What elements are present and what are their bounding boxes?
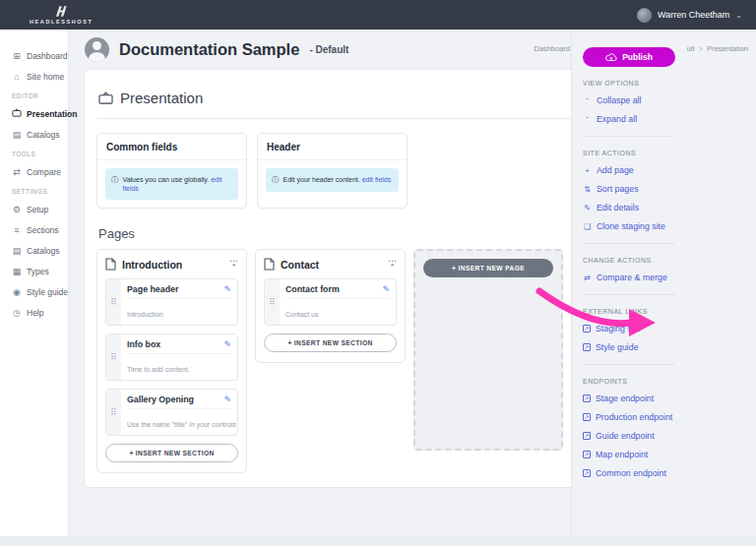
- clone-icon: ❏: [583, 222, 592, 231]
- dashboard-icon: ⊞: [12, 51, 22, 61]
- sidebar-item-help[interactable]: ◷Help: [12, 302, 68, 323]
- insert-new-section-button[interactable]: + INSERT NEW SECTION: [105, 444, 238, 462]
- sidebar-item-catalogs-2[interactable]: ▤Catalogs: [12, 240, 68, 261]
- sidebar-item-catalogs[interactable]: ▤Catalogs: [12, 124, 68, 145]
- user-avatar: [637, 8, 652, 23]
- divider: [583, 243, 675, 244]
- sections-icon: ≡: [12, 225, 22, 235]
- sort-icon: ⇅: [583, 185, 592, 194]
- header-fields-banner: ⓘ Edit your header content. edit fields: [266, 168, 399, 192]
- sidebar-item-dashboard[interactable]: ⊞Dashboard: [12, 45, 68, 66]
- page-subtitle: - Default: [309, 44, 348, 55]
- edit-fields-link[interactable]: edit fields: [362, 176, 392, 183]
- info-icon: ⓘ: [272, 175, 280, 185]
- field-cards-row: Common fields ⓘ Values you can use globa…: [96, 133, 614, 209]
- banner-text: Values you can use globally.: [123, 176, 210, 183]
- sidebar-item-style-guide[interactable]: ◉Style guide: [12, 281, 68, 302]
- external-link-icon: ↗: [583, 394, 591, 402]
- compare-merge-link[interactable]: ⇄Compare & merge: [583, 273, 675, 282]
- edit-icon[interactable]: ✎: [223, 339, 231, 349]
- edit-icon[interactable]: ✎: [382, 284, 390, 294]
- cloud-upload-icon: [605, 52, 617, 62]
- sidebar-item-setup[interactable]: ⚙Setup: [12, 199, 68, 219]
- insert-new-page-button[interactable]: + INSERT NEW PAGE: [423, 259, 553, 277]
- bottom-scrollbar-track[interactable]: [0, 536, 756, 546]
- page-name: Introduction: [122, 258, 229, 271]
- catalog-icon: ▤: [12, 130, 22, 140]
- drag-handle-icon[interactable]: ⠿: [106, 390, 121, 435]
- rail-group-change-actions: CHANGE ACTIONS: [583, 257, 675, 264]
- plus-icon: +: [583, 166, 592, 175]
- section-title: Info box: [127, 339, 160, 349]
- sidebar-item-presentation[interactable]: Presentation: [12, 103, 68, 124]
- drag-handle-icon[interactable]: ⠿: [106, 279, 121, 325]
- drag-handle-icon[interactable]: ⠿: [106, 334, 121, 380]
- tv-icon: [12, 108, 22, 119]
- common-fields-banner: ⓘ Values you can use globally. edit fiel…: [105, 168, 238, 200]
- header-fields-card: Header ⓘ Edit your header content. edit …: [257, 133, 408, 209]
- app-root: HEADLESSHOST Warren Cheetham ⌄ ⊞Dashboar…: [0, 0, 756, 546]
- sidebar-item-site-home[interactable]: ⌂Site home: [12, 66, 68, 87]
- edit-icon[interactable]: ✎: [223, 284, 231, 294]
- divider: [583, 136, 675, 137]
- staging-site-link[interactable]: ↗Staging site: [583, 324, 675, 334]
- expand-all-link[interactable]: ˇExpand all: [583, 114, 675, 124]
- sidebar-item-compare[interactable]: ⇄Compare: [12, 161, 68, 182]
- breadcrumb-dashboard[interactable]: Dashboard: [534, 44, 570, 53]
- section-subtitle: Time to add content.: [127, 366, 190, 373]
- section-subtitle: Introduction: [127, 311, 163, 318]
- chevron-down-icon: ⌄: [735, 11, 742, 20]
- document-icon: [264, 258, 275, 271]
- external-link-icon: ↗: [583, 451, 591, 458]
- external-link-icon: ↗: [583, 325, 591, 333]
- user-menu[interactable]: Warren Cheetham ⌄: [637, 8, 742, 23]
- sidebar-item-types[interactable]: ▦Types: [12, 261, 68, 281]
- breadcrumb-presentation: Presentation: [707, 44, 748, 53]
- gear-icon: ⚙: [12, 205, 22, 214]
- guide-endpoint-link[interactable]: ↗Guide endpoint: [583, 431, 675, 441]
- edit-details-link[interactable]: ✎Edit details: [583, 203, 675, 212]
- compare-icon: ⇄: [12, 167, 22, 177]
- header-fields-title: Header: [258, 134, 407, 160]
- brand-logo: HEADLESSHOST: [30, 5, 93, 26]
- external-link-icon: ↗: [583, 469, 591, 477]
- edit-icon[interactable]: ✎: [223, 394, 231, 404]
- headlesshost-logo-icon: [53, 5, 69, 18]
- clone-staging-site-link[interactable]: ❏Clone staging site: [583, 221, 675, 231]
- card-title: Presentation: [120, 90, 203, 106]
- stage-endpoint-link[interactable]: ↗Stage endpoint: [583, 394, 675, 403]
- style-guide-link[interactable]: ↗Style guide: [583, 342, 675, 352]
- rail-group-view-options: VIEW OPTIONS: [583, 80, 675, 87]
- page-card-introduction: Introduction ⋯ˆ ⠿ Page header✎ Introduct…: [96, 249, 247, 472]
- collapse-all-link[interactable]: ˆCollaspe all: [583, 95, 675, 105]
- page-card-contact: Contact ⋯ˆ ⠿ Contact form✎ Contact us + …: [255, 249, 406, 362]
- sort-pages-link[interactable]: ⇅Sort pages: [583, 184, 675, 194]
- presentation-card-header: Presentation: [96, 84, 614, 119]
- tv-icon: [98, 91, 113, 104]
- chevron-up-icon[interactable]: ˆ: [391, 265, 394, 272]
- types-icon: ▦: [12, 267, 22, 276]
- drag-handle-icon[interactable]: ⠿: [265, 279, 280, 325]
- common-endpoint-link[interactable]: ↗Common endpoint: [583, 468, 675, 478]
- sidebar-item-sections[interactable]: ≡Sections: [12, 219, 68, 240]
- home-icon: ⌂: [12, 72, 22, 82]
- section-row: ⠿ Gallery Opening✎ Use the name "title" …: [105, 389, 238, 436]
- insert-new-section-button[interactable]: + INSERT NEW SECTION: [264, 334, 397, 352]
- publish-button[interactable]: Publish: [583, 47, 675, 67]
- divider: [583, 294, 675, 295]
- chevron-up-icon[interactable]: ˆ: [232, 265, 235, 272]
- add-page-link[interactable]: +Add page: [583, 165, 675, 175]
- presentation-card: Presentation Common fields ⓘ Values you …: [84, 69, 627, 488]
- production-endpoint-link[interactable]: ↗Production endpoint: [583, 412, 675, 422]
- common-fields-card: Common fields ⓘ Values you can use globa…: [96, 133, 247, 209]
- info-icon: ⓘ: [111, 175, 119, 185]
- chevron-up-icon: ˆ: [583, 96, 592, 105]
- pages-row: Introduction ⋯ˆ ⠿ Page header✎ Introduct…: [96, 249, 614, 472]
- section-subtitle: Use the name "title" in your controls to…: [127, 421, 238, 428]
- rail-group-endpoints: ENDPOINTS: [583, 378, 675, 385]
- section-row: ⠿ Page header✎ Introduction: [105, 278, 238, 326]
- rail-group-site-actions: SITE ACTIONS: [583, 150, 675, 156]
- page-name: Contact: [281, 258, 388, 271]
- map-endpoint-link[interactable]: ↗Map endpoint: [583, 450, 675, 459]
- external-link-icon: ↗: [583, 413, 591, 421]
